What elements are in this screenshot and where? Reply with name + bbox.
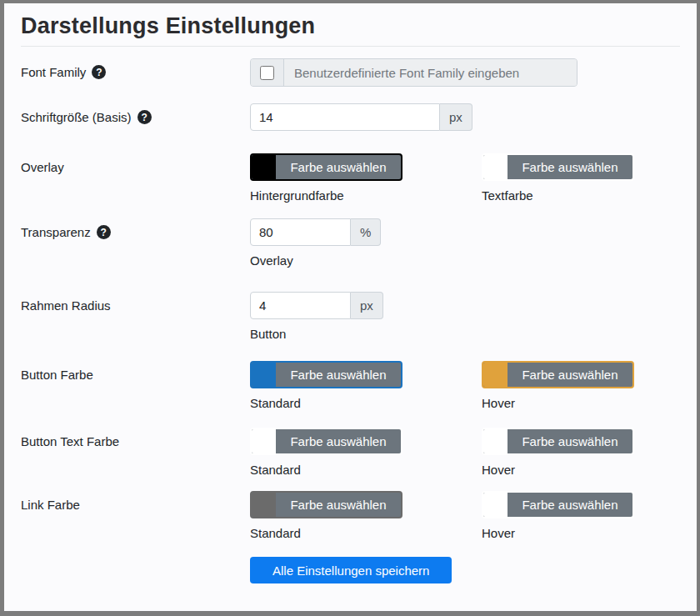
font-size-input-group: px [250, 103, 472, 131]
color-swatch [252, 429, 276, 453]
help-icon[interactable] [97, 225, 111, 239]
border-radius-input-group: px [250, 292, 383, 319]
overlay-text-picker: Farbe auswählen Textfarbe [482, 153, 634, 203]
custom-font-input-group [250, 58, 578, 87]
link-color-standard-picker: Farbe auswählen Standard [250, 491, 402, 540]
transparency-input-group: % [250, 218, 381, 246]
row-button-text-color: Button Text Farbe Farbe auswählen Standa… [21, 428, 680, 477]
overlay-text-color-button[interactable]: Farbe auswählen [482, 153, 634, 181]
border-radius-label-text: Rahmen Radius [21, 298, 111, 313]
link-color-hover-button[interactable]: Farbe auswählen [482, 491, 634, 518]
button-color-hover-button[interactable]: Farbe auswählen [482, 361, 634, 388]
font-size-input[interactable] [250, 103, 440, 131]
overlay-background-color-button[interactable]: Farbe auswählen [250, 153, 402, 181]
color-swatch [252, 493, 276, 517]
link-color-pickers: Farbe auswählen Standard Farbe auswählen… [250, 491, 634, 540]
button-color-standard-button[interactable]: Farbe auswählen [250, 361, 402, 388]
button-text-color-label-text: Button Text Farbe [21, 434, 119, 448]
button-color-pickers: Farbe auswählen Standard Farbe auswählen… [250, 361, 634, 410]
button-text-color-standard-picker: Farbe auswählen Standard [250, 428, 402, 477]
transparency-label-text: Transparenz [21, 225, 91, 239]
link-color-hover-picker: Farbe auswählen Hover [482, 491, 634, 540]
row-border-radius: Rahmen Radius px Button [21, 292, 680, 341]
transparency-input[interactable] [250, 218, 351, 246]
row-transparency: Transparenz % Overlay [21, 218, 680, 268]
overlay-label-text: Overlay [21, 160, 64, 174]
page-title: Darstellungs Einstellungen [21, 13, 680, 47]
font-family-label-text: Font Family [21, 65, 86, 79]
help-icon[interactable] [138, 110, 152, 124]
display-settings-form: Font Family Schriftgröße (Basis) [21, 58, 680, 583]
button-text-color-standard-button[interactable]: Farbe auswählen [250, 428, 402, 455]
button-text-color-pickers: Farbe auswählen Standard Farbe auswählen… [250, 428, 634, 477]
link-color-standard-button[interactable]: Farbe auswählen [250, 491, 402, 518]
color-button-label: Farbe auswählen [276, 429, 401, 453]
picker-caption: Hover [482, 396, 634, 410]
save-settings-button[interactable]: Alle Einstellungen speichern [250, 557, 452, 583]
link-color-label-text: Link Farbe [21, 498, 80, 512]
color-swatch [252, 363, 276, 387]
settings-window: Darstellungs Einstellungen Font Family [0, 0, 700, 616]
border-radius-unit: px [351, 292, 383, 319]
row-font-size: Schriftgröße (Basis) px [21, 103, 680, 131]
button-color-hover-picker: Farbe auswählen Hover [482, 361, 634, 410]
border-radius-input[interactable] [250, 292, 351, 319]
border-radius-caption: Button [250, 327, 383, 341]
border-radius-control: px Button [250, 292, 383, 341]
color-button-label: Farbe auswählen [276, 363, 401, 387]
custom-font-input[interactable] [284, 59, 577, 86]
button-text-color-hover-picker: Farbe auswählen Hover [482, 428, 634, 477]
font-size-label: Schriftgröße (Basis) [21, 103, 250, 131]
button-color-label: Button Farbe [21, 361, 250, 388]
link-color-label: Link Farbe [21, 491, 250, 518]
picker-caption: Hover [482, 463, 634, 477]
color-button-label: Farbe auswählen [276, 493, 401, 517]
transparency-caption: Overlay [250, 253, 381, 268]
picker-caption: Standard [250, 526, 402, 540]
font-family-label: Font Family [21, 58, 250, 86]
border-radius-label: Rahmen Radius [21, 292, 250, 319]
button-color-standard-picker: Farbe auswählen Standard [250, 361, 402, 410]
color-button-label: Farbe auswählen [508, 429, 632, 453]
settings-content: Darstellungs Einstellungen Font Family [4, 3, 697, 583]
transparency-unit: % [351, 218, 381, 246]
button-text-color-hover-button[interactable]: Farbe auswählen [482, 428, 634, 455]
font-size-label-text: Schriftgröße (Basis) [21, 110, 132, 124]
color-button-label: Farbe auswählen [508, 155, 632, 179]
save-row: Alle Einstellungen speichern [250, 557, 680, 583]
custom-font-checkbox-addon [251, 59, 284, 86]
color-swatch [483, 429, 508, 453]
transparency-label: Transparenz [21, 218, 250, 246]
transparency-control: % Overlay [250, 218, 381, 268]
button-color-label-text: Button Farbe [21, 368, 93, 382]
color-swatch [483, 493, 508, 517]
color-swatch [483, 363, 508, 387]
overlay-background-picker: Farbe auswählen Hintergrundfarbe [250, 153, 402, 203]
color-swatch [483, 155, 508, 179]
picker-caption: Textfarbe [482, 188, 634, 203]
row-overlay-colors: Overlay Farbe auswählen Hintergrundfarbe [21, 153, 680, 203]
custom-font-checkbox[interactable] [260, 66, 274, 80]
font-size-unit: px [440, 103, 472, 131]
color-button-label: Farbe auswählen [508, 363, 632, 387]
color-button-label: Farbe auswählen [276, 155, 401, 179]
picker-caption: Hintergrundfarbe [250, 188, 402, 203]
picker-caption: Standard [250, 463, 402, 477]
row-button-color: Button Farbe Farbe auswählen Standard Fa [21, 361, 680, 410]
row-font-family: Font Family [21, 58, 680, 87]
color-button-label: Farbe auswählen [508, 493, 632, 517]
help-icon[interactable] [92, 65, 106, 79]
overlay-label: Overlay [21, 153, 250, 181]
overlay-pickers: Farbe auswählen Hintergrundfarbe Farbe a… [250, 153, 634, 203]
color-swatch [252, 155, 276, 179]
button-text-color-label: Button Text Farbe [21, 428, 250, 455]
picker-caption: Hover [482, 526, 634, 540]
picker-caption: Standard [250, 396, 402, 410]
row-link-color: Link Farbe Farbe auswählen Standard Farb [21, 491, 680, 540]
